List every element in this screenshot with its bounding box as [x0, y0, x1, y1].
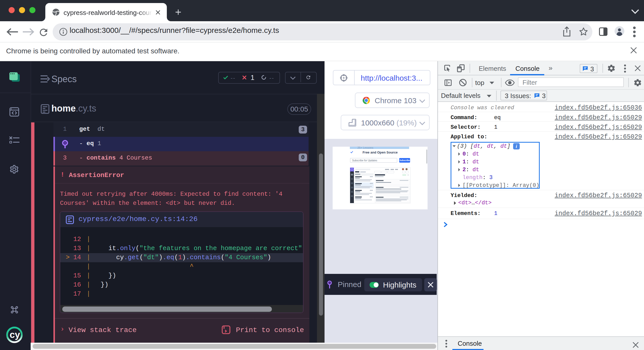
svg-text:cy: cy — [10, 330, 20, 340]
